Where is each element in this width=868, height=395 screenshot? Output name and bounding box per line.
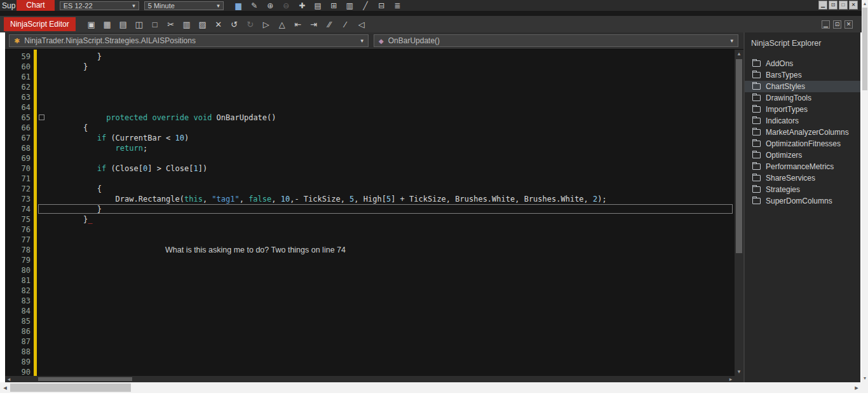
code-area[interactable]: 59 }60 }6162636465 protected override vo… [5, 50, 735, 376]
line-number[interactable]: 82 [5, 286, 31, 296]
explorer-item-superdomcolumns[interactable]: SuperDomColumns [745, 195, 860, 207]
line-number[interactable]: 67 [5, 133, 31, 143]
background-window-tab[interactable]: Sup [0, 1, 17, 10]
line-number[interactable]: 86 [5, 326, 31, 336]
line-number[interactable]: 89 [5, 357, 31, 367]
line-number[interactable]: 90 [5, 367, 31, 376]
code-line-70[interactable]: 70 if (Close[0] > Close[1]) [5, 163, 735, 174]
save-all-icon[interactable]: ▦ [103, 20, 112, 29]
code-line-89[interactable]: 89 [5, 357, 735, 367]
page-vertical-scrollbar[interactable]: ▴ ▾ [862, 0, 868, 382]
code-line-84[interactable]: 84 [5, 306, 735, 316]
line-number[interactable]: 72 [5, 184, 31, 194]
scroll-down-icon[interactable]: ▾ [735, 368, 743, 376]
code-line-87[interactable]: 87 [5, 336, 735, 347]
line-number[interactable]: 69 [5, 153, 31, 163]
code-line-85[interactable]: 85 [5, 316, 735, 326]
explorer-item-barstypes[interactable]: BarsTypes [745, 69, 860, 81]
line-number[interactable]: 76 [5, 225, 31, 235]
save-icon[interactable]: ▣ [87, 20, 96, 29]
compile-run-icon[interactable]: ◁ [357, 20, 366, 29]
editor-minimize-button[interactable]: ▁ [822, 20, 830, 29]
document-icon[interactable]: □ [151, 20, 159, 29]
explorer-item-shareservices[interactable]: ShareServices [745, 172, 860, 184]
code-line-77[interactable]: 77 [5, 235, 735, 245]
code-line-65[interactable]: 65 protected override void OnBarUpdate() [5, 113, 735, 123]
chart-bars-icon[interactable]: ▆ [234, 1, 243, 10]
explorer-item-performancemetrics[interactable]: PerformanceMetrics [745, 161, 860, 172]
code-line-59[interactable]: 59 } [5, 52, 735, 62]
method-selector-dropdown[interactable]: ◆ OnBarUpdate() ▾ [374, 34, 738, 47]
window-close-button[interactable]: ✕ [849, 1, 858, 10]
code-line-82[interactable]: 82 [5, 286, 735, 296]
code-line-81[interactable]: 81 [5, 275, 735, 286]
line-number[interactable]: 80 [5, 265, 31, 275]
chart-tab[interactable]: Chart [17, 0, 54, 11]
paste-icon[interactable]: ▨ [198, 20, 207, 29]
export-icon[interactable]: ▷ [262, 20, 271, 29]
explorer-item-optimizers[interactable]: Optimizers [745, 149, 860, 161]
code-line-71[interactable]: 71 [5, 174, 735, 184]
line-number[interactable]: 84 [5, 306, 31, 316]
vertical-scroll-thumb[interactable] [736, 59, 742, 253]
code-line-66[interactable]: 66 { [5, 123, 735, 133]
code-line-60[interactable]: 60 } [5, 62, 735, 72]
indent-icon[interactable]: ⇥ [309, 20, 318, 29]
editor-restore-button[interactable]: ⊡ [833, 20, 841, 29]
editor-close-button[interactable]: ✕ [844, 20, 853, 29]
line-number[interactable]: 75 [5, 214, 31, 225]
list-icon[interactable]: ≣ [393, 1, 402, 10]
copy-icon[interactable]: ▥ [182, 20, 191, 29]
page-horizontal-scrollbar[interactable]: ◂ ▸ [0, 382, 862, 393]
cut-icon[interactable]: ✂ [166, 20, 175, 29]
explorer-item-drawingtools[interactable]: DrawingTools [745, 92, 860, 104]
window-grid-icon[interactable]: ⊞ [329, 1, 339, 10]
explorer-item-importtypes[interactable]: ImportTypes [745, 104, 860, 115]
comment-icon[interactable]: ∕∕ [325, 20, 334, 29]
scroll-up-icon[interactable]: ▴ [862, 0, 868, 8]
editor-horizontal-scrollbar[interactable]: ◂ ▸ [5, 376, 735, 382]
scroll-left-icon[interactable]: ◂ [5, 376, 13, 382]
code-line-64[interactable]: 64 [5, 102, 735, 113]
explorer-item-addons[interactable]: AddOns [745, 58, 860, 69]
pencil-icon[interactable]: ✎ [250, 1, 259, 10]
code-line-90[interactable]: 90 [5, 367, 735, 376]
code-line-72[interactable]: 72 { [5, 184, 735, 194]
code-line-68[interactable]: 68 return; [5, 143, 735, 153]
line-number[interactable]: 87 [5, 336, 31, 347]
code-line-69[interactable]: 69 [5, 153, 735, 163]
code-line-83[interactable]: 83 [5, 296, 735, 306]
page-vertical-scroll-thumb[interactable] [862, 8, 867, 90]
explorer-item-optimizationfitnesses[interactable]: OptimizationFitnesses [745, 138, 860, 149]
horizontal-scroll-thumb[interactable] [38, 377, 132, 381]
scroll-up-icon[interactable]: ▴ [735, 50, 743, 58]
line-number[interactable]: 60 [5, 62, 31, 72]
code-line-86[interactable]: 86 [5, 326, 735, 336]
line-number[interactable]: 88 [5, 347, 31, 357]
explorer-item-indicators[interactable]: Indicators [745, 115, 860, 127]
scroll-left-icon[interactable]: ◂ [0, 382, 10, 393]
trendline-icon[interactable]: ╱ [361, 1, 370, 10]
code-line-74[interactable]: 74 } [5, 204, 735, 214]
code-line-61[interactable]: 61 [5, 72, 735, 82]
line-number[interactable]: 59 [5, 52, 31, 62]
chart-type-icon[interactable]: ▥ [345, 1, 355, 10]
line-number[interactable]: 66 [5, 123, 31, 133]
code-line-63[interactable]: 63 [5, 92, 735, 102]
instrument-dropdown[interactable]: ES 12-22 ▾ [60, 1, 139, 10]
line-number[interactable]: 64 [5, 102, 31, 113]
scroll-down-icon[interactable]: ▾ [862, 375, 868, 382]
code-line-79[interactable]: 79 [5, 255, 735, 265]
line-number[interactable]: 63 [5, 92, 31, 102]
window-minimize-button[interactable]: ▁ [818, 1, 827, 10]
code-line-78[interactable]: 78What is this asking me to do? Two thin… [5, 245, 735, 255]
code-line-88[interactable]: 88 [5, 347, 735, 357]
scroll-right-icon[interactable]: ▸ [727, 376, 735, 382]
outdent-icon[interactable]: ⇤ [294, 20, 302, 29]
line-number[interactable]: 77 [5, 235, 31, 245]
window-restore-button[interactable]: ⊡ [829, 1, 837, 10]
line-number[interactable]: 62 [5, 82, 31, 92]
explorer-item-marketanalyzercolumns[interactable]: MarketAnalyzerColumns [745, 127, 860, 138]
undo-icon[interactable]: ↺ [230, 20, 239, 29]
print-preview-icon[interactable]: ◫ [135, 20, 144, 29]
